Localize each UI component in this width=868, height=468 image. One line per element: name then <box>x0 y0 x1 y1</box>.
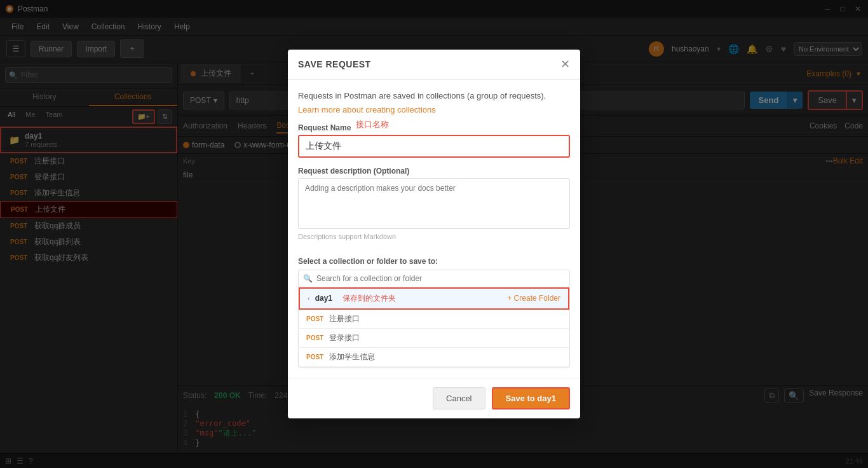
dialog-title: SAVE REQUEST <box>298 59 371 69</box>
dialog-header: SAVE REQUEST ✕ <box>288 50 580 79</box>
sub-method-2: POST <box>306 354 324 361</box>
selected-collection-name: day1 <box>315 294 332 303</box>
sub-name-1: 登录接口 <box>329 333 360 343</box>
collection-search-wrapper: 🔍 <box>298 270 570 287</box>
sub-method-1: POST <box>306 334 324 341</box>
collection-list-day1[interactable]: ‹ day1 保存到的文件夹 + Create Folder <box>299 287 569 310</box>
request-name-annotation: 接口名称 <box>356 119 389 130</box>
sub-name-0: 注册接口 <box>329 313 360 324</box>
sub-request-2[interactable]: POST 添加学生信息 <box>299 348 569 367</box>
cancel-button[interactable]: Cancel <box>433 387 485 410</box>
description-textarea[interactable] <box>298 178 570 229</box>
collection-search-input[interactable] <box>298 270 570 287</box>
markdown-hint: Descriptions support Markdown <box>298 233 570 240</box>
modal-overlay: SAVE REQUEST ✕ Requests in Postman are s… <box>0 0 868 468</box>
sub-request-0[interactable]: POST 注册接口 <box>299 310 569 329</box>
dialog-footer: Cancel Save to day1 <box>288 378 580 418</box>
dialog-body: Requests in Postman are saved in collect… <box>288 79 580 378</box>
sub-method-0: POST <box>306 315 324 322</box>
create-folder-button[interactable]: + Create Folder <box>507 294 560 303</box>
collection-list: ‹ day1 保存到的文件夹 + Create Folder POST 注册接口… <box>298 287 570 368</box>
dialog-info-text: Requests in Postman are saved in collect… <box>298 90 570 102</box>
chevron-left-icon: ‹ <box>308 294 310 302</box>
collection-select-label: Select a collection or folder to save to… <box>298 257 438 266</box>
sub-request-1[interactable]: POST 登录接口 <box>299 329 569 348</box>
request-name-input[interactable] <box>298 135 570 158</box>
selected-annotation: 保存到的文件夹 <box>342 293 396 304</box>
save-to-button[interactable]: Save to day1 <box>492 387 571 410</box>
collection-search-icon: 🔍 <box>303 274 313 283</box>
request-name-label: Request Name <box>298 123 351 132</box>
dialog-close-button[interactable]: ✕ <box>560 59 570 70</box>
description-label: Request description (Optional) <box>298 167 570 176</box>
save-request-dialog: SAVE REQUEST ✕ Requests in Postman are s… <box>288 50 580 418</box>
sub-name-2: 添加学生信息 <box>329 352 375 362</box>
learn-more-link[interactable]: Learn more about creating collections <box>298 105 436 114</box>
